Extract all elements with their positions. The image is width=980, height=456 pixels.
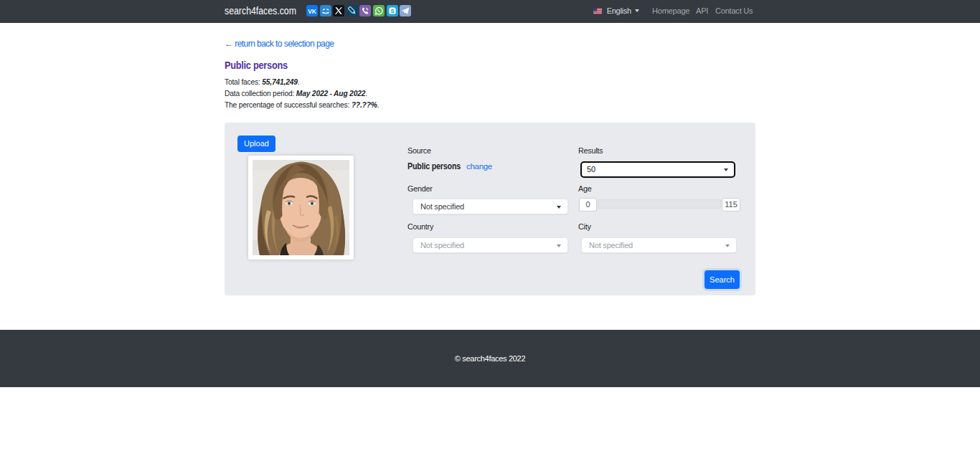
svg-text:S: S [390, 8, 394, 14]
svg-text:VK: VK [308, 8, 316, 15]
